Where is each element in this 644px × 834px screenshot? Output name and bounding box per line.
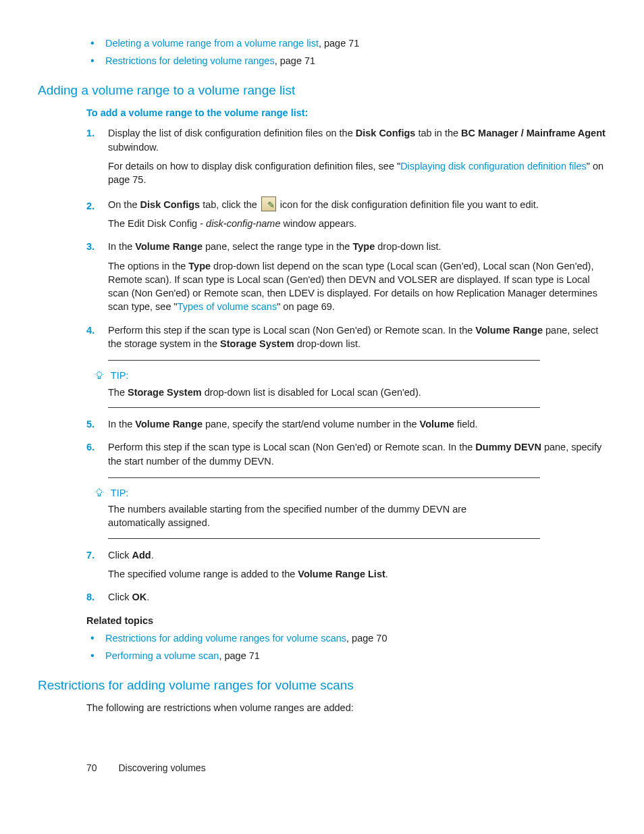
top-related-links: Deleting a volume range from a volume ra… <box>86 36 606 68</box>
step-number: 7. <box>86 548 95 562</box>
lightbulb-icon <box>95 371 104 380</box>
chapter-name: Discovering volumes <box>118 762 205 773</box>
procedure-steps-cont: 5. In the Volume Range pane, specify the… <box>86 417 606 468</box>
step-2: 2. On the Disk Configs tab, click the ic… <box>86 197 606 231</box>
tip-box-2: TIP: The numbers available starting from… <box>108 477 540 539</box>
list-item: Restrictions for adding volume ranges fo… <box>86 631 606 645</box>
page-number: 70 <box>86 762 97 775</box>
step-detail: The specified volume range is added to t… <box>108 567 606 581</box>
step-3: 3. In the Volume Range pane, select the … <box>86 240 606 313</box>
procedure-intro: To add a volume range to the volume rang… <box>86 106 606 120</box>
svg-point-4 <box>97 490 102 494</box>
tip-body: The Storage System drop-down list is dis… <box>108 386 513 399</box>
step-4: 4. Perform this step if the scan type is… <box>86 323 606 351</box>
step-6: 6. Perform this step if the scan type is… <box>86 440 606 468</box>
step-number: 1. <box>86 126 95 140</box>
step-detail: The Edit Disk Config - disk-config-name … <box>108 217 606 230</box>
link-suffix: , page 71 <box>319 38 359 49</box>
related-topics-heading: Related topics <box>86 614 606 627</box>
link-restrictions-add[interactable]: Restrictions for adding volume ranges fo… <box>105 633 346 644</box>
link-suffix: , page 70 <box>346 633 387 644</box>
link-delete-range[interactable]: Deleting a volume range from a volume ra… <box>105 38 319 49</box>
svg-point-0 <box>97 372 102 377</box>
heading-add-volume-range: Adding a volume range to a volume range … <box>38 82 606 100</box>
edit-icon <box>261 197 276 211</box>
related-topics-list: Restrictions for adding volume ranges fo… <box>86 631 606 663</box>
tip-body: The numbers available starting from the … <box>108 502 513 530</box>
step-detail: The options in the Type drop-down list d… <box>108 259 606 314</box>
page-footer: 70 Discovering volumes <box>38 762 606 775</box>
procedure-steps: 1. Display the list of disk configuratio… <box>86 126 606 350</box>
tip-heading: TIP: <box>108 486 513 500</box>
step-number: 6. <box>86 440 95 454</box>
step-detail: For details on how to display disk confi… <box>108 159 606 187</box>
link-restrictions-delete[interactable]: Restrictions for deleting volume ranges <box>105 55 275 66</box>
section-body: The following are restrictions when volu… <box>86 701 606 714</box>
step-number: 3. <box>86 240 95 253</box>
step-5: 5. In the Volume Range pane, specify the… <box>86 417 606 431</box>
step-number: 8. <box>86 590 95 604</box>
heading-restrictions: Restrictions for adding volume ranges fo… <box>38 677 606 695</box>
list-item: Restrictions for deleting volume ranges,… <box>86 54 606 68</box>
link-performing-scan[interactable]: Performing a volume scan <box>105 650 219 661</box>
step-1: 1. Display the list of disk configuratio… <box>86 126 606 186</box>
list-item: Performing a volume scan, page 71 <box>86 649 606 662</box>
link-suffix: , page 71 <box>275 55 315 66</box>
tip-box-1: TIP: The Storage System drop-down list i… <box>108 360 540 408</box>
step-number: 4. <box>86 323 95 337</box>
step-number: 2. <box>86 199 95 213</box>
link-types-scans[interactable]: Types of volume scans <box>178 301 277 312</box>
link-displaying-files[interactable]: Displaying disk configuration definition… <box>400 161 587 172</box>
step-number: 5. <box>86 417 95 431</box>
step-7: 7. Click Add. The specified volume range… <box>86 548 606 581</box>
link-suffix: , page 71 <box>219 650 259 661</box>
list-item: Deleting a volume range from a volume ra… <box>86 36 606 50</box>
tip-heading: TIP: <box>108 369 513 382</box>
step-8: 8. Click OK. <box>86 590 606 604</box>
lightbulb-icon <box>95 488 104 498</box>
procedure-steps-cont2: 7. Click Add. The specified volume range… <box>86 548 606 604</box>
